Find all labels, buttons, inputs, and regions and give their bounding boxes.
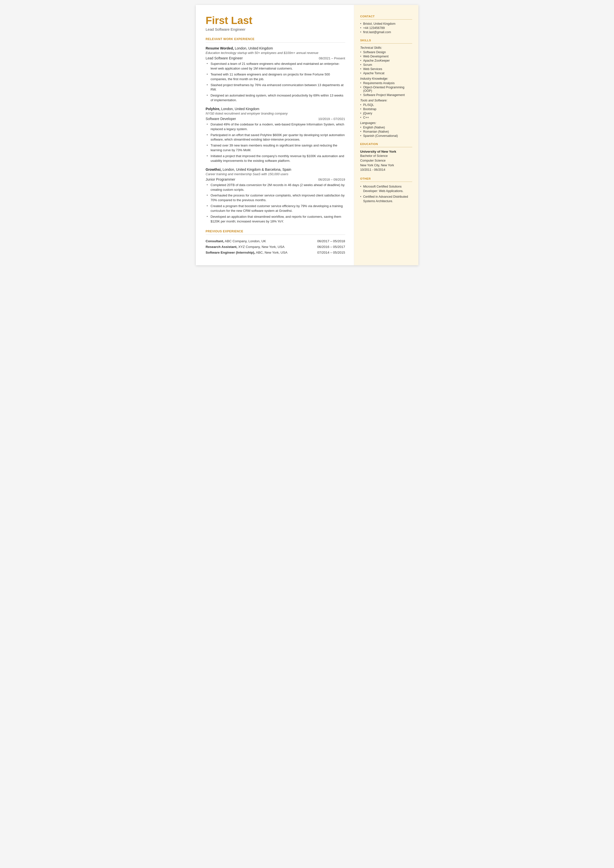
- table-row: Software Engineer (Internship), ABC, New…: [206, 250, 345, 255]
- divider-contact: [360, 19, 412, 20]
- company-3-header: Growthsi, London, United Kingdom & Barce…: [206, 167, 345, 172]
- job-1-bullets: Supervised a team of 21 software enginee…: [206, 62, 345, 103]
- contact-email: first.last@gmail.com: [360, 30, 412, 34]
- edu-location: New York City, New York: [360, 163, 412, 168]
- other-section-title: OTHER: [360, 177, 412, 180]
- edu-dates: 10/2011 - 06/2014: [360, 168, 412, 172]
- job-title: Lead Software Engineer: [206, 27, 345, 31]
- contact-list: Bristol, United Kingdom +44 123456789 fi…: [360, 22, 412, 34]
- bullet: Supervised a team of 21 software enginee…: [207, 62, 345, 71]
- job-3-title: Junior Programmer: [206, 177, 236, 182]
- prev-job-3-dates: 07/2014 – 05/2015: [307, 250, 345, 255]
- tools-list: PL/SQL Bootstrap jQuery C++: [360, 103, 412, 119]
- company-1-desc: Education technology startup with 50+ em…: [206, 51, 345, 55]
- job-2-title: Software Developer: [206, 117, 236, 121]
- bullet: Initiated a project that improved the co…: [207, 154, 345, 163]
- company-1-location: London, United Kingdom: [234, 46, 273, 50]
- job-2-dates: 10/2019 – 07/2021: [318, 117, 345, 121]
- prev-job-2-title: Research Assistant, XYZ Company, New Yor…: [206, 244, 307, 250]
- table-row: Consultant, ABC Company, London, UK 06/2…: [206, 238, 345, 244]
- skill-item: PL/SQL: [360, 103, 412, 107]
- tools-label: Tools and Software:: [360, 99, 412, 102]
- company-2-location: London, United Kingdom: [220, 107, 259, 111]
- prev-job-2-dates: 06/2016 – 05/2017: [307, 244, 345, 250]
- skill-item: Apache Tomcat: [360, 71, 412, 75]
- bullet: Overhauled the process for customer serv…: [207, 193, 345, 203]
- right-column: CONTACT Bristol, United Kingdom +44 1234…: [354, 5, 419, 265]
- bullet: Participated in an effort that saved Pol…: [207, 133, 345, 142]
- previous-experience-title: PREVIOUS EXPERIENCE: [206, 230, 345, 233]
- prev-job-3-title: Software Engineer (Internship), ABC, New…: [206, 250, 307, 255]
- company-2-name: Polyhire,: [206, 107, 220, 111]
- skill-item: Requirements Analysis: [360, 81, 412, 85]
- skill-item: Web Services: [360, 67, 412, 71]
- company-3-name: Growthsi,: [206, 168, 222, 171]
- language-item: Romanian (Native): [360, 130, 412, 134]
- skills-section-title: SKILLS: [360, 39, 412, 42]
- industry-knowledge-list: Requirements Analysis Object-Oriented Pr…: [360, 81, 412, 97]
- divider-previous: [206, 234, 345, 235]
- edu-degree: Bachelor of Science: [360, 154, 412, 158]
- job-3-bullets: Completed 20TB of data conversion for 2M…: [206, 183, 345, 224]
- job-3-row: Junior Programmer 06/2018 – 09/2019: [206, 177, 345, 182]
- other-list: Microsoft Certified Solutions Developer:…: [360, 184, 412, 203]
- language-item: English (Native): [360, 126, 412, 129]
- languages-list: English (Native) Romanian (Native) Spani…: [360, 126, 412, 138]
- skill-item: jQuery: [360, 112, 412, 115]
- left-column: First Last Lead Software Engineer RELEVA…: [196, 5, 354, 265]
- job-2-bullets: Donated 49% of the codebase for a modern…: [206, 122, 345, 163]
- technical-skills-list: Software Design Web Development Apache Z…: [360, 50, 412, 75]
- bullet: Designed an automated testing system, wh…: [207, 93, 345, 103]
- job-3-dates: 06/2018 – 09/2019: [318, 178, 345, 182]
- resume-document: First Last Lead Software Engineer RELEVA…: [196, 5, 419, 265]
- table-row: Research Assistant, XYZ Company, New Yor…: [206, 244, 345, 250]
- skill-item: Web Development: [360, 55, 412, 58]
- job-1-title: Lead Software Engineer: [206, 56, 243, 60]
- education-entry-1: University of New York Bachelor of Scien…: [360, 150, 412, 172]
- name: First Last: [206, 15, 345, 26]
- other-item: Microsoft Certified Solutions Developer:…: [360, 184, 412, 193]
- industry-knowledge-label: Industry Knowledge:: [360, 77, 412, 81]
- bullet: Slashed project timeframes by 76% via en…: [207, 83, 345, 92]
- skill-item: Scrum: [360, 63, 412, 67]
- company-1-name: Resume Worded,: [206, 46, 234, 50]
- other-item: Certified in Advanced Distributed System…: [360, 194, 412, 203]
- job-1-row: Lead Software Engineer 08/2021 – Present: [206, 56, 345, 60]
- skill-item: Software Design: [360, 50, 412, 54]
- company-2-header: Polyhire, London, United Kingdom: [206, 107, 345, 111]
- job-1-dates: 08/2021 – Present: [319, 56, 345, 60]
- bullet: Trained over 39 new team members resulti…: [207, 143, 345, 153]
- bullet: Created a program that boosted customer …: [207, 204, 345, 213]
- skill-item: C++: [360, 116, 412, 119]
- skill-item: Bootstrap: [360, 107, 412, 111]
- contact-phone: +44 123456789: [360, 26, 412, 30]
- skill-item: Software Project Management: [360, 93, 412, 97]
- bullet: Teamed with 11 software engineers and de…: [207, 72, 345, 82]
- bullet: Developed an application that streamline…: [207, 214, 345, 224]
- contact-section-title: CONTACT: [360, 15, 412, 18]
- language-item: Spanish (Conversational): [360, 134, 412, 138]
- contact-address: Bristol, United Kingdom: [360, 22, 412, 25]
- job-2-row: Software Developer 10/2019 – 07/2021: [206, 117, 345, 121]
- previous-jobs-table: Consultant, ABC Company, London, UK 06/2…: [206, 238, 345, 255]
- technical-skills-label: Technical Skills:: [360, 46, 412, 50]
- education-section-title: EDUCATION: [360, 143, 412, 146]
- prev-job-1-dates: 06/2017 – 05/2018: [307, 238, 345, 244]
- bullet: Completed 20TB of data conversion for 2M…: [207, 183, 345, 192]
- skill-item: Object-Oriented Programming (OOP): [360, 85, 412, 93]
- company-3-location: London, United Kingdom & Barcelona, Spai…: [222, 168, 291, 171]
- divider-other: [360, 182, 412, 182]
- languages-label: Languages:: [360, 121, 412, 125]
- skill-item: Apache ZooKeeper: [360, 59, 412, 62]
- prev-job-1-title: Consultant, ABC Company, London, UK: [206, 238, 307, 244]
- company-3-desc: Career training and membership SaaS with…: [206, 172, 345, 176]
- divider-skills: [360, 43, 412, 43]
- company-2-desc: NYSE-listed recruitment and employer bra…: [206, 112, 345, 115]
- edu-field: Computer Science: [360, 158, 412, 163]
- bullet: Donated 49% of the codebase for a modern…: [207, 122, 345, 132]
- edu-school-name: University of New York: [360, 150, 412, 154]
- divider-relevant: [206, 42, 345, 43]
- company-1-header: Resume Worded, London, United Kingdom: [206, 46, 345, 50]
- relevant-work-section-title: RELEVANT WORK EXPERIENCE: [206, 37, 345, 41]
